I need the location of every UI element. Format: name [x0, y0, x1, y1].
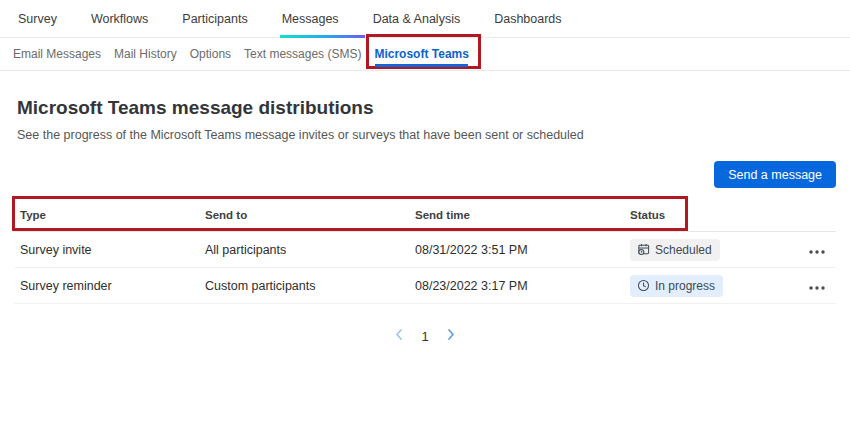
previous-page-button[interactable] [390, 326, 408, 346]
top-nav: Survey Workflows Participants Messages D… [0, 0, 850, 38]
page-title: Microsoft Teams message distributions [17, 97, 836, 119]
cell-actions [760, 240, 836, 259]
tab-survey[interactable]: Survey [18, 0, 57, 37]
more-horizontal-icon [809, 278, 825, 293]
cell-status: Scheduled [630, 239, 760, 261]
tab-workflows[interactable]: Workflows [91, 0, 148, 37]
cell-send-time: 08/23/2022 3:17 PM [415, 279, 630, 293]
cell-send-time: 08/31/2022 3:51 PM [415, 243, 630, 257]
cell-actions [760, 276, 836, 295]
status-badge: In progress [630, 275, 723, 297]
subtab-text-messages-sms[interactable]: Text messages (SMS) [244, 38, 361, 70]
more-actions-button[interactable] [807, 240, 827, 259]
status-badge-label: In progress [655, 279, 715, 293]
cell-type: Survey reminder [14, 279, 205, 293]
subtab-options[interactable]: Options [190, 38, 231, 70]
distributions-table: Type Send to Send time Status Survey inv… [14, 198, 836, 304]
pagination: 1 [14, 326, 836, 346]
tab-participants[interactable]: Participants [182, 0, 247, 37]
chevron-right-icon [446, 328, 456, 344]
tab-messages[interactable]: Messages [282, 0, 339, 37]
column-header-send-to: Send to [205, 209, 415, 221]
cell-send-to: Custom participants [205, 279, 415, 293]
table-header-row: Type Send to Send time Status [14, 198, 836, 232]
toolbar: Send a message [14, 161, 836, 188]
chevron-left-icon [394, 328, 404, 344]
table-row: Survey reminder Custom participants 08/2… [14, 268, 836, 304]
messages-sub-nav: Email Messages Mail History Options Text… [0, 38, 850, 71]
status-badge-label: Scheduled [655, 243, 712, 257]
table-row: Survey invite All participants 08/31/202… [14, 232, 836, 268]
cell-status: In progress [630, 275, 760, 297]
page-subtitle: See the progress of the Microsoft Teams … [17, 128, 836, 142]
clock-icon [637, 279, 650, 292]
current-page-number: 1 [421, 329, 428, 344]
column-header-type: Type [14, 209, 205, 221]
column-header-send-time: Send time [415, 209, 630, 221]
subtab-microsoft-teams-label: Microsoft Teams [374, 47, 468, 61]
tab-dashboards[interactable]: Dashboards [494, 0, 561, 37]
send-a-message-button[interactable]: Send a message [714, 161, 836, 188]
status-badge: Scheduled [630, 239, 720, 261]
cell-type: Survey invite [14, 243, 205, 257]
more-actions-button[interactable] [807, 276, 827, 295]
more-horizontal-icon [809, 242, 825, 257]
subtab-mail-history[interactable]: Mail History [114, 38, 177, 70]
calendar-clock-icon [637, 243, 650, 256]
next-page-button[interactable] [442, 326, 460, 346]
tab-data-analysis[interactable]: Data & Analysis [373, 0, 461, 37]
column-header-status: Status [630, 209, 760, 221]
subtab-email-messages[interactable]: Email Messages [13, 38, 101, 70]
cell-send-to: All participants [205, 243, 415, 257]
subtab-microsoft-teams[interactable]: Microsoft Teams [374, 38, 468, 70]
main-content: Microsoft Teams message distributions Se… [0, 97, 850, 346]
